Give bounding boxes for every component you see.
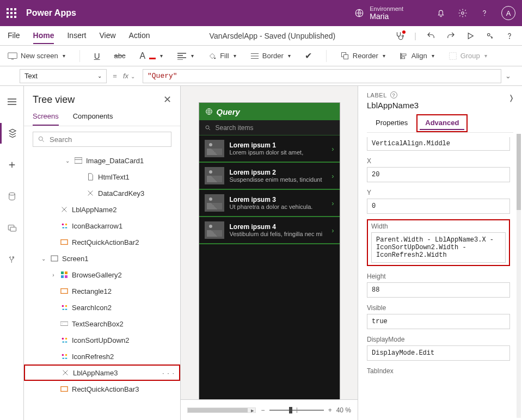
environment-picker[interactable]: Environment Maria bbox=[370, 5, 403, 21]
treeview-tab-components[interactable]: Components bbox=[73, 108, 113, 126]
svg-rect-25 bbox=[65, 271, 67, 274]
rail-hamburger-icon[interactable] bbox=[0, 91, 24, 112]
prop-visible-value[interactable]: true bbox=[367, 314, 510, 329]
zoom-in-icon[interactable]: + bbox=[328, 406, 332, 414]
gallery-item[interactable]: Lorem ipsum 1Lorem ipsum dolor sit amet,… bbox=[199, 135, 340, 163]
share-icon[interactable] bbox=[485, 31, 495, 41]
play-icon[interactable] bbox=[465, 31, 475, 41]
prop-verticalalign-value[interactable]: VerticalAlign.Middle bbox=[367, 137, 510, 151]
svg-rect-24 bbox=[61, 271, 64, 274]
font-color-button[interactable]: A▾ bbox=[139, 51, 163, 61]
preview-header: Query bbox=[199, 103, 340, 120]
border-button[interactable]: Border▾ bbox=[250, 52, 291, 60]
gallery-item[interactable]: Lorem ipsum 2Suspendisse enim metus, tin… bbox=[199, 163, 340, 190]
tree-node-lblappname2[interactable]: LblAppName2 bbox=[24, 201, 180, 218]
rail-tools-icon[interactable] bbox=[0, 249, 24, 270]
prop-visible-label: Visible bbox=[367, 304, 510, 312]
tree-node-htmltext1[interactable]: HtmlText1 bbox=[24, 169, 180, 185]
tree-node-more-icon[interactable]: · · · bbox=[162, 369, 175, 377]
tree-node-rectquickactionbar2[interactable]: RectQuickActionBar2 bbox=[24, 234, 180, 250]
svg-rect-6 bbox=[8, 53, 17, 59]
chevron-right-icon: › bbox=[331, 226, 334, 234]
prop-height-label: Height bbox=[367, 273, 510, 280]
rail-data-icon[interactable] bbox=[0, 186, 24, 207]
redo-icon[interactable] bbox=[446, 31, 456, 41]
prop-type-label: LABEL bbox=[367, 92, 387, 98]
settings-icon[interactable] bbox=[458, 8, 468, 18]
tree-node-lblappname3[interactable]: LblAppName3· · · bbox=[24, 365, 180, 381]
props-v-scrollbar[interactable] bbox=[517, 134, 521, 418]
prop-tab-properties[interactable]: Properties bbox=[367, 115, 416, 132]
underline-button[interactable]: U bbox=[94, 51, 100, 60]
treeview-close-icon[interactable]: ✕ bbox=[163, 94, 171, 106]
svg-rect-19 bbox=[75, 158, 82, 164]
prop-x-label: X bbox=[367, 157, 510, 165]
svg-rect-15 bbox=[10, 227, 16, 232]
gallery-item[interactable]: Lorem ipsum 3Ut pharetra a dolor ac vehi… bbox=[199, 190, 340, 217]
property-dropdown[interactable]: Text⌄ bbox=[20, 69, 107, 83]
tree-node-image-datacard1[interactable]: ⌄Image_DataCard1 bbox=[24, 152, 180, 169]
tree-node-iconrefresh2[interactable]: IconRefresh2 bbox=[24, 348, 180, 365]
app-checker-icon[interactable] bbox=[395, 31, 404, 41]
menu-home[interactable]: Home bbox=[33, 28, 54, 44]
canvas-h-scrollbar[interactable]: ◂▸ bbox=[187, 407, 256, 413]
help-icon-small[interactable] bbox=[505, 31, 514, 41]
tree-node-datacardkey3[interactable]: DataCardKey3 bbox=[24, 185, 180, 201]
menu-file[interactable]: File bbox=[8, 28, 20, 44]
rail-treeview-icon[interactable] bbox=[0, 123, 24, 144]
svg-point-30 bbox=[65, 305, 67, 307]
tree-node-rectquickactionbar3[interactable]: RectQuickActionBar3 bbox=[24, 381, 180, 397]
align-button[interactable]: Align▾ bbox=[400, 52, 434, 60]
prop-element-name: LblAppName3 bbox=[367, 101, 513, 110]
more-chevron-button[interactable]: ✔ bbox=[305, 51, 312, 61]
menu-insert[interactable]: Insert bbox=[67, 28, 86, 44]
prop-displaymode-value[interactable]: DisplayMode.Edit bbox=[367, 345, 510, 361]
tree-node-browsegallery2[interactable]: ›BrowseGallery2 bbox=[24, 267, 180, 283]
svg-point-2 bbox=[484, 15, 485, 16]
undo-icon[interactable] bbox=[426, 31, 436, 41]
notifications-icon[interactable] bbox=[436, 8, 446, 18]
menu-action[interactable]: Action bbox=[129, 28, 150, 44]
reorder-button[interactable]: Reorder▾ bbox=[341, 52, 385, 60]
prop-displaymode-label: DisplayMode bbox=[367, 336, 510, 343]
rail-media-icon[interactable] bbox=[0, 218, 24, 238]
prop-height-value[interactable]: 88 bbox=[367, 282, 510, 298]
svg-rect-26 bbox=[61, 275, 64, 278]
zoom-slider[interactable] bbox=[269, 410, 324, 411]
prop-y-value[interactable]: 0 bbox=[367, 199, 510, 214]
prop-expand-icon[interactable]: ❭ bbox=[508, 94, 514, 102]
prop-tab-advanced[interactable]: Advanced bbox=[420, 116, 464, 130]
prop-x-value[interactable]: 20 bbox=[367, 167, 510, 182]
treeview-search-input[interactable]: Search bbox=[33, 132, 171, 147]
text-align-button[interactable]: ▾ bbox=[177, 52, 194, 60]
tree-node-rectangle12[interactable]: Rectangle12 bbox=[24, 283, 180, 299]
thumbnail-icon bbox=[205, 140, 224, 157]
new-screen-button[interactable]: New screen▾ bbox=[8, 52, 65, 60]
app-launcher-icon[interactable] bbox=[7, 8, 16, 18]
svg-point-4 bbox=[488, 33, 490, 36]
account-avatar[interactable]: A bbox=[501, 6, 515, 20]
tree-node-screen1[interactable]: ⌄Screen1 bbox=[24, 250, 180, 267]
formula-input[interactable]: "Query" bbox=[143, 69, 501, 83]
treeview-tab-screens[interactable]: Screens bbox=[33, 108, 59, 126]
fill-button[interactable]: Fill▾ bbox=[208, 52, 236, 60]
tree-node-searchicon2[interactable]: SearchIcon2 bbox=[24, 299, 180, 316]
strikethrough-button[interactable]: abc bbox=[114, 52, 125, 60]
zoom-out-icon[interactable]: − bbox=[261, 406, 265, 414]
svg-point-33 bbox=[65, 338, 67, 340]
rail-insert-icon[interactable] bbox=[0, 155, 24, 175]
tree-node-iconsortupdown2[interactable]: IconSortUpDown2 bbox=[24, 332, 180, 348]
prop-width-value[interactable]: Parent.Width - LblAppName3.X - IconSortU… bbox=[371, 232, 506, 263]
menu-view[interactable]: View bbox=[99, 28, 115, 44]
svg-rect-12 bbox=[449, 52, 456, 59]
formula-expand-icon[interactable]: ⌄ bbox=[501, 72, 514, 80]
prop-help-icon[interactable]: ? bbox=[390, 91, 397, 98]
gallery-item[interactable]: Lorem ipsum 4Vestibulum dui felis, fring… bbox=[199, 217, 340, 244]
help-icon[interactable] bbox=[480, 8, 489, 18]
thumbnail-icon bbox=[205, 194, 224, 212]
tree-node-textsearchbox2[interactable]: TextSearchBox2 bbox=[24, 316, 180, 332]
tree-node-iconbackarrow1[interactable]: IconBackarrow1 bbox=[24, 218, 180, 234]
svg-rect-9 bbox=[343, 54, 348, 59]
preview-search[interactable]: Search items bbox=[199, 120, 340, 135]
svg-point-32 bbox=[62, 338, 64, 340]
